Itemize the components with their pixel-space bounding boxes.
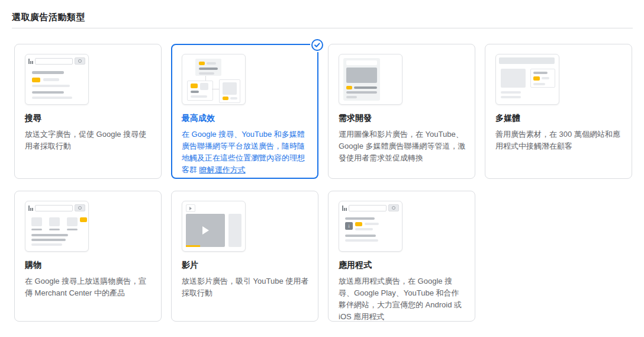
card-title: 需求開發 bbox=[339, 113, 465, 124]
search-bar-shape bbox=[35, 205, 73, 211]
placeholder-line bbox=[43, 78, 59, 81]
placeholder-line bbox=[199, 72, 214, 75]
card-description: 善用廣告素材，在 300 萬個網站和應用程式中接觸潛在顧客 bbox=[495, 129, 623, 152]
placeholder-line bbox=[32, 91, 64, 94]
placeholder-line bbox=[207, 62, 216, 65]
search-bar-shape bbox=[35, 58, 73, 65]
serp-header bbox=[28, 57, 85, 65]
placeholder-line bbox=[346, 96, 357, 98]
download-icon: ↓ bbox=[345, 222, 353, 230]
placeholder-line bbox=[354, 86, 377, 89]
placeholder-image bbox=[200, 83, 208, 90]
placeholder-line bbox=[501, 91, 521, 94]
logo-bars-icon bbox=[342, 206, 347, 211]
placeholder-line bbox=[345, 217, 375, 220]
placeholder-line bbox=[31, 229, 42, 230]
app-install-ad-illustration: ↓ bbox=[339, 201, 402, 252]
multi-channel-diagram-illustration bbox=[182, 54, 246, 105]
placeholder-line bbox=[49, 229, 60, 230]
placeholder-line bbox=[32, 97, 72, 99]
campaign-card-performance-max[interactable]: 最高成效 在 Google 搜尋、YouTube 和多媒體廣告聯播網等平台放送廣… bbox=[171, 44, 318, 179]
sidebar-panel bbox=[228, 214, 242, 247]
ad-badge-shape bbox=[533, 76, 540, 81]
placeholder-line bbox=[355, 228, 373, 230]
placeholder-line bbox=[230, 97, 237, 100]
placeholder-line bbox=[345, 239, 378, 242]
product-thumb bbox=[31, 217, 42, 226]
learn-how-link[interactable]: 瞭解運作方式 bbox=[199, 165, 246, 174]
placeholder-line bbox=[67, 229, 78, 230]
logo-bars-icon bbox=[28, 206, 33, 211]
placeholder-line bbox=[365, 223, 379, 225]
placeholder-line bbox=[31, 243, 62, 246]
feed-phone-panel bbox=[343, 58, 380, 101]
magnifier-icon bbox=[75, 57, 85, 65]
placeholder-line bbox=[542, 77, 549, 79]
card-title: 最高成效 bbox=[182, 113, 308, 124]
serp-header bbox=[342, 204, 399, 211]
search-bar-shape bbox=[349, 205, 387, 211]
placeholder-line bbox=[32, 85, 70, 87]
placeholder-image bbox=[501, 69, 526, 88]
feed-ad-illustration bbox=[339, 54, 402, 105]
diagram-connector bbox=[212, 89, 219, 89]
serp-header bbox=[28, 204, 85, 211]
diagram-right-node bbox=[219, 79, 240, 103]
card-title: 應用程式 bbox=[339, 260, 465, 271]
placeholder-line bbox=[31, 239, 66, 241]
campaign-card-display[interactable]: 多媒體 善用廣告素材，在 300 萬個網站和應用程式中接觸潛在顧客 bbox=[485, 44, 632, 179]
logo-bars-icon bbox=[28, 59, 33, 64]
check-circle-icon bbox=[310, 38, 324, 52]
video-player-illustration bbox=[182, 201, 246, 252]
campaign-card-demand-gen[interactable]: 需求開發 運用圖像和影片廣告，在 YouTube、Google 多媒體廣告聯播網… bbox=[328, 44, 475, 179]
shopping-results-illustration bbox=[25, 201, 89, 252]
campaign-card-shopping[interactable]: 購物 在 Google 搜尋上放送購物廣告，宣傳 Merchant Center… bbox=[14, 191, 162, 322]
header-divider bbox=[12, 28, 633, 28]
placeholder-line bbox=[346, 91, 377, 94]
search-results-illustration bbox=[25, 54, 89, 105]
card-title: 影片 bbox=[182, 260, 308, 271]
placeholder-line bbox=[533, 83, 545, 85]
play-logo-icon bbox=[186, 204, 195, 212]
progress-bar bbox=[186, 245, 200, 247]
ad-badge-shape bbox=[32, 78, 40, 82]
card-description: 放送影片廣告，吸引 YouTube 使用者採取行動 bbox=[182, 275, 309, 299]
magnifier-icon bbox=[75, 204, 85, 211]
placeholder-line bbox=[191, 91, 199, 93]
display-ad-illustration bbox=[495, 54, 559, 105]
ad-badge-shape bbox=[355, 222, 362, 226]
placeholder-line bbox=[501, 96, 521, 98]
placeholder-image bbox=[346, 68, 377, 83]
placeholder-line bbox=[32, 71, 64, 74]
card-description: 運用圖像和影片廣告，在 YouTube、Google 多媒體廣告聯播網等管道，激… bbox=[339, 129, 466, 164]
card-description: 放送文字廣告，促使 Google 搜尋使用者採取行動 bbox=[25, 129, 152, 152]
product-thumb bbox=[49, 217, 60, 226]
diagram-top-node bbox=[195, 59, 221, 76]
campaign-card-app[interactable]: ↓ 應用程式 放送應用程式廣告，在 Google 搜尋、Google Play、… bbox=[328, 191, 475, 322]
card-title: 購物 bbox=[25, 260, 152, 271]
placeholder-bar bbox=[346, 60, 377, 65]
ad-badge-shape bbox=[191, 84, 198, 88]
display-ad-card bbox=[530, 69, 555, 88]
ad-badge-shape bbox=[223, 97, 228, 100]
ad-badge-shape bbox=[346, 86, 352, 89]
placeholder-line bbox=[533, 72, 548, 74]
campaign-card-video[interactable]: 影片 放送影片廣告，吸引 YouTube 使用者採取行動 bbox=[171, 191, 318, 322]
page-header-bar bbox=[499, 57, 555, 64]
campaign-card-search[interactable]: 搜尋 放送文字廣告，促使 Google 搜尋使用者採取行動 bbox=[14, 44, 162, 179]
placeholder-image bbox=[223, 82, 237, 95]
product-thumb bbox=[67, 217, 78, 226]
placeholder-line bbox=[345, 235, 376, 237]
page-title: 選取廣告活動類型 bbox=[12, 12, 85, 23]
card-title: 搜尋 bbox=[25, 113, 152, 124]
magnifier-icon bbox=[388, 204, 399, 211]
card-description: 在 Google 搜尋上放送購物廣告，宣傳 Merchant Center 中的… bbox=[25, 275, 152, 299]
play-icon bbox=[202, 226, 209, 235]
card-description: 放送應用程式廣告，在 Google 搜尋、Google Play、YouTube… bbox=[339, 275, 466, 323]
diagram-connector bbox=[205, 76, 206, 81]
card-title: 多媒體 bbox=[495, 113, 622, 124]
ad-badge-shape bbox=[199, 62, 205, 65]
placeholder-line bbox=[199, 68, 218, 70]
video-frame bbox=[186, 214, 225, 247]
placeholder-line bbox=[31, 234, 68, 236]
